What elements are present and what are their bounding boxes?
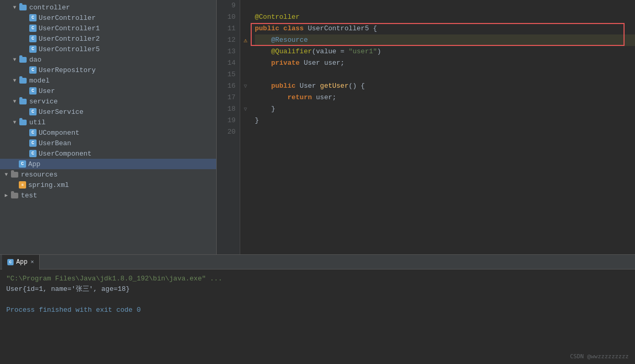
code-line-20 bbox=[255, 126, 635, 138]
console-tab-label: App bbox=[16, 259, 28, 266]
code-area: 9 10 11 12 13 14 15 16 17 18 19 20 ⚠ bbox=[217, 0, 635, 254]
class-icon-usercontroller5: C bbox=[29, 45, 37, 53]
class-icon-usercontroller2: C bbox=[29, 35, 37, 42]
sidebar-label-usercomponent: UserComponent bbox=[39, 150, 91, 158]
sidebar-item-usercontroller5[interactable]: C UserController5 bbox=[0, 44, 216, 54]
token-public-2: public bbox=[271, 80, 300, 92]
sidebar-item-user[interactable]: C User bbox=[0, 86, 216, 96]
sidebar-item-springxml[interactable]: ≋ spring.xml bbox=[0, 180, 216, 190]
sidebar-label-usercontroller2: UserController2 bbox=[39, 35, 100, 43]
console-line-4: Process finished with exit code 0 bbox=[6, 305, 629, 315]
folder-icon-controller bbox=[19, 3, 27, 11]
watermark: CSDN @wwzzzzzzzzz bbox=[570, 353, 629, 360]
class-icon-userbean: C bbox=[29, 139, 37, 147]
chevron-dao: ▼ bbox=[10, 55, 19, 64]
sidebar-label-app: App bbox=[28, 160, 40, 168]
sidebar-label-springxml: spring.xml bbox=[28, 181, 69, 189]
code-line-18: } bbox=[255, 103, 635, 115]
sidebar-item-util[interactable]: ▼ util bbox=[0, 117, 216, 127]
code-line-9 bbox=[255, 0, 635, 11]
folder-icon-dao bbox=[19, 55, 27, 64]
sidebar-item-usercontroller2[interactable]: C UserController2 bbox=[0, 33, 216, 44]
sidebar-item-usercomponent[interactable]: C UserComponent bbox=[0, 148, 216, 159]
class-icon-usercomponent: C bbox=[29, 150, 37, 157]
sidebar-label-userrepository: UserRepository bbox=[39, 66, 96, 74]
token-controller-annotation: @Controller bbox=[255, 11, 300, 23]
sidebar-item-userbean[interactable]: C UserBean bbox=[0, 138, 216, 148]
sidebar-item-model[interactable]: ▼ model bbox=[0, 75, 216, 86]
sidebar-item-usercontroller1[interactable]: C UserController1 bbox=[0, 23, 216, 33]
gutter-9 bbox=[240, 0, 251, 11]
token-indent-12 bbox=[255, 34, 271, 46]
line-num-13: 13 bbox=[221, 46, 236, 57]
folder-icon-resources bbox=[10, 170, 19, 179]
folder-icon-service bbox=[19, 97, 27, 105]
sidebar-item-userservice[interactable]: C UserService bbox=[0, 107, 216, 117]
console-line-2: User{id=1, name='张三', age=18} bbox=[6, 284, 629, 295]
class-icon-usercontroller1: C bbox=[29, 25, 37, 32]
code-line-14: private User user; bbox=[255, 57, 635, 69]
spacer-7 bbox=[21, 108, 29, 116]
gutter-16-collapse[interactable]: ▽ bbox=[240, 80, 251, 92]
sidebar-item-service[interactable]: ▼ service bbox=[0, 96, 216, 107]
token-paren-close: ) bbox=[377, 46, 381, 57]
sidebar-item-controller[interactable]: ▼ controller bbox=[0, 2, 216, 13]
console-tab-close[interactable]: × bbox=[31, 259, 34, 265]
bottom-panel: C App × "C:\Program Files\Java\jdk1.8.0_… bbox=[0, 254, 635, 364]
gutter-18-collapse[interactable]: ▽ bbox=[240, 103, 251, 115]
spacer-3 bbox=[21, 34, 29, 43]
code-line-16: public User getUser() { bbox=[255, 80, 635, 92]
console-line-1: "C:\Program Files\Java\jdk1.8.0_192\bin\… bbox=[6, 274, 629, 284]
spacer-12 bbox=[10, 181, 19, 189]
gutter-14 bbox=[240, 57, 251, 69]
token-user-type: User user; bbox=[304, 57, 345, 69]
sidebar-item-usercontroller[interactable]: C UserController bbox=[0, 13, 216, 23]
gutter-20 bbox=[240, 126, 251, 138]
code-editor: 9 10 11 12 13 14 15 16 17 18 19 20 ⚠ bbox=[217, 0, 635, 254]
line-num-19: 19 bbox=[221, 115, 236, 126]
code-line-12: @Resource bbox=[255, 34, 635, 46]
console-output: "C:\Program Files\Java\jdk1.8.0_192\bin\… bbox=[0, 269, 635, 364]
sidebar-label-model: model bbox=[29, 77, 50, 85]
sidebar-item-app[interactable]: C App bbox=[0, 159, 216, 169]
spacer-4 bbox=[21, 45, 29, 53]
token-indent-18 bbox=[255, 103, 271, 115]
console-tab-app[interactable]: C App × bbox=[2, 255, 40, 269]
sidebar-item-resources[interactable]: ▼ resources bbox=[0, 169, 216, 180]
sidebar-label-userservice: UserService bbox=[39, 108, 84, 116]
token-indent-17 bbox=[255, 92, 287, 103]
sidebar-item-dao[interactable]: ▼ dao bbox=[0, 54, 216, 65]
gutter-13 bbox=[240, 46, 251, 57]
sidebar-label-dao: dao bbox=[29, 56, 41, 64]
sidebar-label-ucomponent: UComponent bbox=[39, 129, 79, 137]
code-line-19: } bbox=[255, 115, 635, 126]
console-tab-icon: C bbox=[7, 259, 14, 265]
line-num-15: 15 bbox=[221, 69, 236, 80]
token-indent-16 bbox=[255, 80, 271, 92]
spacer-9 bbox=[21, 139, 29, 147]
token-return: return bbox=[287, 92, 316, 103]
sidebar-label-usercontroller: UserController bbox=[39, 14, 96, 22]
class-icon-app: C bbox=[19, 160, 26, 168]
code-content: @Controller public class UserController5… bbox=[251, 0, 635, 254]
code-line-10: @Controller bbox=[255, 11, 635, 23]
line-num-16: 16 bbox=[221, 80, 236, 92]
chevron-util: ▼ bbox=[10, 118, 19, 126]
spacer-11 bbox=[10, 160, 19, 168]
folder-icon-model bbox=[19, 76, 27, 85]
sidebar-item-test[interactable]: ▶ test bbox=[0, 190, 216, 201]
token-public-1: public bbox=[255, 23, 284, 34]
spacer-8 bbox=[21, 128, 29, 137]
code-line-17: return user; bbox=[255, 92, 635, 103]
sidebar-item-userrepository[interactable]: C UserRepository bbox=[0, 65, 216, 75]
sidebar-item-ucomponent[interactable]: C UComponent bbox=[0, 127, 216, 138]
spacer-5 bbox=[21, 66, 29, 74]
spacer-6 bbox=[21, 87, 29, 95]
line-num-20: 20 bbox=[221, 126, 236, 138]
line-num-18: 18 bbox=[221, 103, 236, 115]
gutter-17 bbox=[240, 92, 251, 103]
token-private: private bbox=[271, 57, 303, 69]
token-qualifier: @Qualifier bbox=[271, 46, 312, 57]
gutter-15 bbox=[240, 69, 251, 80]
sidebar-label-test: test bbox=[21, 192, 37, 199]
